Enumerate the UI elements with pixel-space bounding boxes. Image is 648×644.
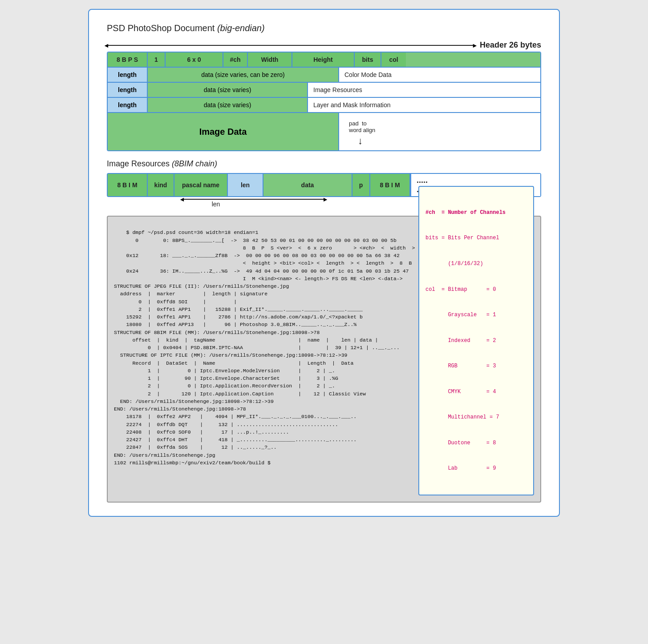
cell-bits: bits [355,52,381,67]
cell-pascal: pascal name [174,174,228,196]
row-image-resources: length data (size varies) Image Resource… [108,83,540,98]
section-title-suffix: (8BIM chain) [172,159,217,168]
legend-line-4: Indexed = 2 [425,337,527,345]
cell-label-0: Color Mode Data [339,68,540,82]
cell-data-0: data (size varies, can be zero) [148,68,339,82]
pad-section: pad toword align ↓ [344,120,375,147]
cell-p: p [352,174,370,196]
cell-pad-label: pad toword align ↓ [339,113,540,150]
cell-length-0: length [108,68,148,82]
cell-len: len [228,174,263,196]
cell-label-1: Image Resources [308,83,540,97]
cell-length-2: length [108,98,148,112]
len-arrow-container [182,199,325,200]
legend-line-7: Multichannel = 7 [425,413,527,422]
len-arrow-line [182,199,325,200]
title-suffix: (big-endian) [217,23,265,33]
cell-ch: #ch [223,52,248,67]
section-title-image-resources: Image Resources (8BIM chain) [107,159,541,169]
legend-line-8: Duotone = 8 [425,439,527,447]
cell-length-1: length [108,83,148,97]
arrow-line-inner [107,45,474,46]
cell-height: Height [292,52,355,67]
legend-line-9: Lab = 9 [425,464,527,473]
cell-data-1: data (size varies) [148,83,308,97]
pad-arrow: ↓ [358,135,363,147]
cell-bim-data: data [263,174,352,196]
cell-1: 1 [148,52,166,67]
header-arrow [107,45,474,46]
cell-8bps: 8 B P S [108,52,148,67]
cell-label-2: Layer and Mask Information [308,98,540,112]
cell-data-2: data (size varies) [148,98,308,112]
dots-line-1: ..... [417,176,535,185]
legend-line-6: CMYK = 4 [425,388,527,396]
legend-line-5: RGB = 3 [425,362,527,370]
terminal-box: $ dmpf ~/psd.psd count=36 width=18 endia… [107,216,541,503]
cell-image-data: Image Data [108,113,339,150]
legend-line-0: bits = Bits Per Channel [425,234,527,242]
cell-8bim: 8 B I M [108,174,148,196]
cell-col: col [381,52,406,67]
legend-box: #ch = Number of Channels bits = Bits Per… [418,186,534,495]
cell-width: Width [248,52,292,67]
cell-8bim2: 8 B I M [370,174,410,196]
cell-kind: kind [148,174,174,196]
legend-line-2: col = Bitmap = 0 [425,286,527,294]
row-color-mode: length data (size varies, can be zero) C… [108,68,540,83]
psd-diagram: 8 B P S 1 6 x 0 #ch Width Height bits co… [107,52,541,151]
cell-6x0: 6 x 0 [166,52,223,67]
len-label: len [107,201,249,208]
legend-line-3: Grayscale = 1 [425,311,527,319]
header-label-row: Header 26 bytes [107,40,541,50]
row-image-data-container: Image Data pad toword align ↓ [108,112,540,150]
page-title: PSD PhotoShop Document (big-endian) [107,23,541,33]
terminal-content: $ dmpf ~/psd.psd count=36 width=18 endia… [114,229,415,466]
header-row: 8 B P S 1 6 x 0 #ch Width Height bits co… [108,52,540,68]
header-26-label: Header 26 bytes [480,40,541,50]
row-layer-mask: length data (size varies) Layer and Mask… [108,98,540,112]
legend-line-1: (1/8/16/32) [425,260,527,268]
legend-title: #ch = Number of Channels [425,209,527,217]
page-container: PSD PhotoShop Document (big-endian) Head… [88,9,560,517]
pad-text: pad toword align [349,120,375,133]
